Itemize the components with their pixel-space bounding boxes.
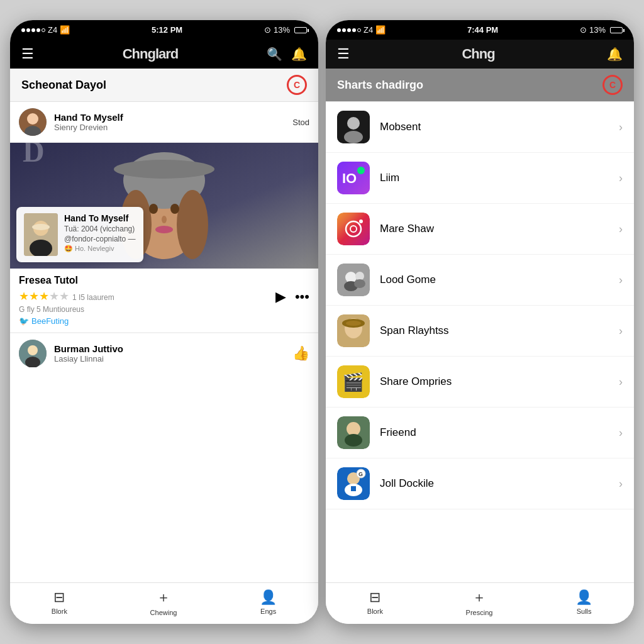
share-label-jolldockile: Joll Dockile [380,477,609,490]
play-button[interactable]: ▶ [275,289,286,305]
share-thumb-mobsent [337,111,370,143]
track-title-left: Hand To Myself [54,112,285,123]
second-track-title: Burman Juttivo [54,343,285,354]
section-title-right: Sharts chadirgo [337,79,423,92]
big-image-left: D Hand To Myself Tuä: 2004 (v [10,143,318,269]
tab-chewing[interactable]: ＋ Chewing [150,588,177,616]
share-item-mareshaw[interactable]: Mare Shaw › [326,204,634,255]
prescing-icon-right: ＋ [472,588,486,607]
overlay-card-extra: 🤩 Ho. Nevlegiv [64,245,136,253]
notify-button-right[interactable]: 🔔 [607,47,623,62]
status-bar-left: Z4 📶 5:12 PM ⊙ 13% [10,20,318,40]
share-label-mareshaw: Mare Shaw [380,223,609,235]
right-phone: Z4 📶 7:44 PM ⊙ 13% ☰ Chng 🔔 Sharts chadi… [326,20,634,624]
battery-icon-right [610,27,623,33]
battery-icon-left [294,27,307,33]
arrow-spanrlayhtss: › [619,325,623,338]
arrow-jolldockile: › [619,477,623,491]
svg-point-8 [177,190,208,259]
arrow-mobsent: › [619,121,623,134]
rating-count: 1 I5 laaurem [72,293,114,302]
share-item-frieend[interactable]: Frieend › [326,408,634,458]
carrier-left: Z4 [48,25,57,35]
svg-point-6 [114,160,214,179]
share-label-shareompries: Share Ompries [380,375,609,388]
track-row-left[interactable]: Hand To Myself Sienry Drevien Stod [10,102,318,143]
engs-icon: 👤 [260,589,277,606]
share-label-mobsent: Mobsent [380,121,609,133]
overlay-thumb [24,213,58,256]
share-item-mobsent[interactable]: Mobsent › [326,102,634,153]
left-phone: Z4 📶 5:12 PM ⊙ 13% ☰ Chnglard 🔍 🔔 Scheon… [10,20,318,624]
svg-text:G: G [358,471,363,477]
share-item-spanrlayhtss[interactable]: Span Rlayhtss › [326,306,634,357]
battery-text-right: 13% [589,25,606,35]
svg-point-44 [345,434,362,447]
blork-icon: ⊟ [53,589,65,606]
svg-point-9 [149,204,158,214]
arrow-frieend: › [619,426,623,440]
chewing-icon: ＋ [157,588,170,607]
svg-point-23 [344,131,363,143]
rating-title: Fresea Tutol [19,275,309,286]
tab-prescing-label-right: Prescing [466,609,493,616]
share-item-loodgome[interactable]: Lood Gome › [326,255,634,306]
rating-section: Fresea Tutol ★★★★★ 1 I5 laaurem ▶ ••• G … [10,269,318,333]
share-item-liim[interactable]: IO Liim › [326,153,634,204]
second-track-row[interactable]: Burman Juttivo Lasiay Llinnai 👍 [10,333,318,374]
c-icon-right: C [602,75,623,95]
tab-blork-right[interactable]: ⊟ Blork [367,589,383,615]
arrow-loodgome: › [619,274,623,287]
tab-blork[interactable]: ⊟ Blork [52,589,67,615]
svg-point-34 [355,272,364,280]
track-action-left: Stod [292,118,309,127]
svg-point-1 [27,113,38,125]
time-right: 7:44 PM [467,25,498,35]
thumbs-up-icon[interactable]: 👍 [292,345,309,362]
tab-bar-right: ⊟ Blork ＋ Prescing 👤 Sulls [326,582,634,624]
more-button[interactable]: ••• [295,289,309,305]
share-thumb-spanrlayhtss [337,314,370,347]
notify-button-left[interactable]: 🔔 [291,47,307,62]
logo-left: Chnglard [123,46,179,62]
share-label-frieend: Frieend [380,426,609,439]
overlay-card-title: Hand To Myself [64,213,136,223]
svg-point-19 [28,345,38,355]
share-thumb-shareompries: 🎬 [337,365,370,398]
search-button-left[interactable]: 🔍 [267,47,282,62]
share-label-liim: Liim [380,172,609,184]
nav-bar-right: ☰ Chng 🔔 [326,40,634,69]
battery-text-left: 13% [274,25,290,35]
share-item-jolldockile[interactable]: G Joll Dockile › [326,458,634,509]
overlay-card-handle: @fondor-copnialto — [64,235,136,243]
track-thumb-left [19,108,47,136]
tab-sulls-label-right: Sulls [577,608,592,615]
svg-rect-48 [351,486,356,491]
section-title-left: Scheonat Dayol [21,79,106,92]
tab-engs[interactable]: 👤 Engs [260,589,277,615]
svg-point-10 [170,204,179,214]
overlay-card-year: Tuä: 2004 (vicchang) [64,225,136,233]
time-left: 5:12 PM [152,25,182,35]
section-header-left: Scheonat Dayol C [10,69,318,102]
share-menu: Mobsent › IO [326,102,634,582]
c-icon-left: C [287,75,307,95]
blork-icon-right: ⊟ [369,589,380,606]
nav-bar-left: ☰ Chnglard 🔍 🔔 [10,40,318,69]
menu-button-left[interactable]: ☰ [21,46,34,62]
share-thumb-liim: IO [337,162,370,194]
menu-button-right[interactable]: ☰ [337,46,350,62]
track-artist-left: Sienry Drevien [54,123,285,132]
gps-icon-right: ⊙ [580,25,587,35]
share-item-shareompries[interactable]: 🎬 Share Ompries › [326,357,634,408]
second-track-thumb [19,340,47,367]
track-info-left: Hand To Myself Sienry Drevien [54,112,285,132]
share-thumb-jolldockile: G [337,467,370,500]
svg-rect-27 [337,213,370,245]
tab-sulls-right[interactable]: 👤 Sulls [575,589,592,615]
svg-point-43 [347,422,360,436]
second-track-info: Burman Juttivo Lasiay Llinnai [54,343,285,364]
tab-prescing-right[interactable]: ＋ Prescing [466,588,493,616]
svg-point-26 [357,167,365,174]
share-label-loodgome: Lood Gome [380,274,609,286]
